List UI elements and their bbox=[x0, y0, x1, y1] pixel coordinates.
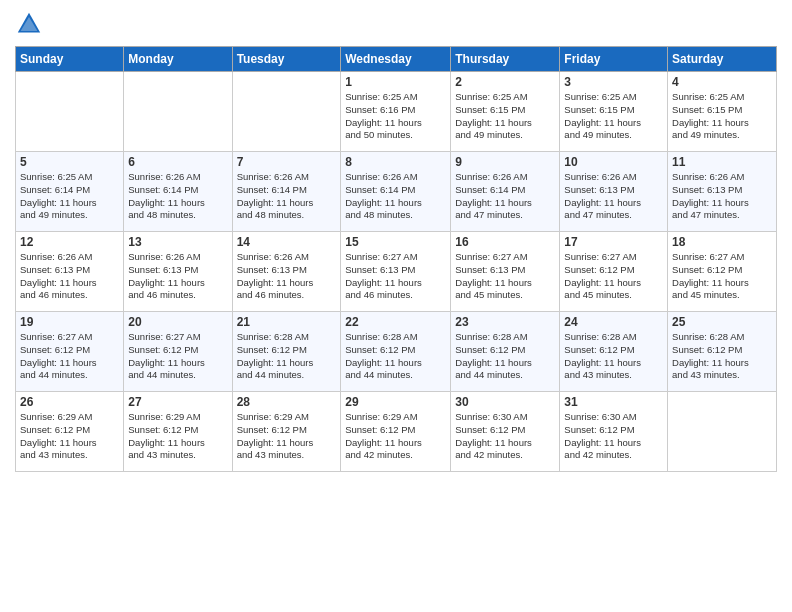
day-info: Sunrise: 6:28 AM Sunset: 6:12 PM Dayligh… bbox=[564, 331, 663, 382]
day-number: 26 bbox=[20, 395, 119, 409]
day-info: Sunrise: 6:26 AM Sunset: 6:13 PM Dayligh… bbox=[237, 251, 337, 302]
weekday-header-thursday: Thursday bbox=[451, 47, 560, 72]
week-row-3: 12Sunrise: 6:26 AM Sunset: 6:13 PM Dayli… bbox=[16, 232, 777, 312]
calendar-cell: 6Sunrise: 6:26 AM Sunset: 6:14 PM Daylig… bbox=[124, 152, 232, 232]
day-number: 5 bbox=[20, 155, 119, 169]
day-info: Sunrise: 6:28 AM Sunset: 6:12 PM Dayligh… bbox=[455, 331, 555, 382]
calendar-cell: 23Sunrise: 6:28 AM Sunset: 6:12 PM Dayli… bbox=[451, 312, 560, 392]
week-row-5: 26Sunrise: 6:29 AM Sunset: 6:12 PM Dayli… bbox=[16, 392, 777, 472]
day-info: Sunrise: 6:26 AM Sunset: 6:13 PM Dayligh… bbox=[128, 251, 227, 302]
calendar-table: SundayMondayTuesdayWednesdayThursdayFrid… bbox=[15, 46, 777, 472]
calendar-cell: 7Sunrise: 6:26 AM Sunset: 6:14 PM Daylig… bbox=[232, 152, 341, 232]
day-number: 3 bbox=[564, 75, 663, 89]
day-number: 21 bbox=[237, 315, 337, 329]
weekday-header-row: SundayMondayTuesdayWednesdayThursdayFrid… bbox=[16, 47, 777, 72]
day-info: Sunrise: 6:29 AM Sunset: 6:12 PM Dayligh… bbox=[20, 411, 119, 462]
calendar-cell: 8Sunrise: 6:26 AM Sunset: 6:14 PM Daylig… bbox=[341, 152, 451, 232]
calendar-cell: 20Sunrise: 6:27 AM Sunset: 6:12 PM Dayli… bbox=[124, 312, 232, 392]
day-info: Sunrise: 6:26 AM Sunset: 6:14 PM Dayligh… bbox=[237, 171, 337, 222]
day-number: 24 bbox=[564, 315, 663, 329]
calendar-cell: 2Sunrise: 6:25 AM Sunset: 6:15 PM Daylig… bbox=[451, 72, 560, 152]
day-number: 9 bbox=[455, 155, 555, 169]
day-info: Sunrise: 6:26 AM Sunset: 6:14 PM Dayligh… bbox=[345, 171, 446, 222]
day-info: Sunrise: 6:26 AM Sunset: 6:13 PM Dayligh… bbox=[672, 171, 772, 222]
day-info: Sunrise: 6:28 AM Sunset: 6:12 PM Dayligh… bbox=[345, 331, 446, 382]
day-number: 29 bbox=[345, 395, 446, 409]
week-row-2: 5Sunrise: 6:25 AM Sunset: 6:14 PM Daylig… bbox=[16, 152, 777, 232]
day-info: Sunrise: 6:29 AM Sunset: 6:12 PM Dayligh… bbox=[345, 411, 446, 462]
day-number: 6 bbox=[128, 155, 227, 169]
day-info: Sunrise: 6:29 AM Sunset: 6:12 PM Dayligh… bbox=[237, 411, 337, 462]
day-number: 14 bbox=[237, 235, 337, 249]
day-info: Sunrise: 6:25 AM Sunset: 6:16 PM Dayligh… bbox=[345, 91, 446, 142]
day-info: Sunrise: 6:26 AM Sunset: 6:13 PM Dayligh… bbox=[564, 171, 663, 222]
day-number: 28 bbox=[237, 395, 337, 409]
day-number: 7 bbox=[237, 155, 337, 169]
calendar-cell bbox=[668, 392, 777, 472]
calendar-cell: 12Sunrise: 6:26 AM Sunset: 6:13 PM Dayli… bbox=[16, 232, 124, 312]
calendar-cell: 10Sunrise: 6:26 AM Sunset: 6:13 PM Dayli… bbox=[560, 152, 668, 232]
logo bbox=[15, 10, 47, 38]
day-number: 22 bbox=[345, 315, 446, 329]
day-info: Sunrise: 6:28 AM Sunset: 6:12 PM Dayligh… bbox=[672, 331, 772, 382]
calendar-cell: 29Sunrise: 6:29 AM Sunset: 6:12 PM Dayli… bbox=[341, 392, 451, 472]
day-number: 12 bbox=[20, 235, 119, 249]
day-info: Sunrise: 6:25 AM Sunset: 6:15 PM Dayligh… bbox=[455, 91, 555, 142]
day-info: Sunrise: 6:27 AM Sunset: 6:12 PM Dayligh… bbox=[564, 251, 663, 302]
day-number: 23 bbox=[455, 315, 555, 329]
day-number: 17 bbox=[564, 235, 663, 249]
logo-icon bbox=[15, 10, 43, 38]
calendar-cell: 13Sunrise: 6:26 AM Sunset: 6:13 PM Dayli… bbox=[124, 232, 232, 312]
calendar-cell bbox=[232, 72, 341, 152]
day-number: 13 bbox=[128, 235, 227, 249]
calendar-cell: 25Sunrise: 6:28 AM Sunset: 6:12 PM Dayli… bbox=[668, 312, 777, 392]
day-number: 30 bbox=[455, 395, 555, 409]
day-number: 16 bbox=[455, 235, 555, 249]
weekday-header-monday: Monday bbox=[124, 47, 232, 72]
day-info: Sunrise: 6:26 AM Sunset: 6:14 PM Dayligh… bbox=[128, 171, 227, 222]
day-info: Sunrise: 6:25 AM Sunset: 6:15 PM Dayligh… bbox=[672, 91, 772, 142]
calendar-cell: 30Sunrise: 6:30 AM Sunset: 6:12 PM Dayli… bbox=[451, 392, 560, 472]
calendar-cell: 4Sunrise: 6:25 AM Sunset: 6:15 PM Daylig… bbox=[668, 72, 777, 152]
day-number: 18 bbox=[672, 235, 772, 249]
day-info: Sunrise: 6:25 AM Sunset: 6:15 PM Dayligh… bbox=[564, 91, 663, 142]
calendar-cell: 15Sunrise: 6:27 AM Sunset: 6:13 PM Dayli… bbox=[341, 232, 451, 312]
day-info: Sunrise: 6:27 AM Sunset: 6:12 PM Dayligh… bbox=[672, 251, 772, 302]
calendar-cell: 27Sunrise: 6:29 AM Sunset: 6:12 PM Dayli… bbox=[124, 392, 232, 472]
day-number: 4 bbox=[672, 75, 772, 89]
day-number: 2 bbox=[455, 75, 555, 89]
day-info: Sunrise: 6:27 AM Sunset: 6:13 PM Dayligh… bbox=[455, 251, 555, 302]
day-number: 31 bbox=[564, 395, 663, 409]
calendar-cell: 26Sunrise: 6:29 AM Sunset: 6:12 PM Dayli… bbox=[16, 392, 124, 472]
calendar-cell: 19Sunrise: 6:27 AM Sunset: 6:12 PM Dayli… bbox=[16, 312, 124, 392]
day-number: 10 bbox=[564, 155, 663, 169]
calendar-cell: 5Sunrise: 6:25 AM Sunset: 6:14 PM Daylig… bbox=[16, 152, 124, 232]
day-number: 11 bbox=[672, 155, 772, 169]
calendar-cell: 3Sunrise: 6:25 AM Sunset: 6:15 PM Daylig… bbox=[560, 72, 668, 152]
week-row-1: 1Sunrise: 6:25 AM Sunset: 6:16 PM Daylig… bbox=[16, 72, 777, 152]
day-info: Sunrise: 6:29 AM Sunset: 6:12 PM Dayligh… bbox=[128, 411, 227, 462]
calendar-cell: 31Sunrise: 6:30 AM Sunset: 6:12 PM Dayli… bbox=[560, 392, 668, 472]
day-number: 27 bbox=[128, 395, 227, 409]
calendar-cell bbox=[124, 72, 232, 152]
calendar-cell: 22Sunrise: 6:28 AM Sunset: 6:12 PM Dayli… bbox=[341, 312, 451, 392]
calendar-cell: 28Sunrise: 6:29 AM Sunset: 6:12 PM Dayli… bbox=[232, 392, 341, 472]
day-info: Sunrise: 6:27 AM Sunset: 6:12 PM Dayligh… bbox=[20, 331, 119, 382]
day-info: Sunrise: 6:30 AM Sunset: 6:12 PM Dayligh… bbox=[455, 411, 555, 462]
calendar-cell bbox=[16, 72, 124, 152]
day-info: Sunrise: 6:26 AM Sunset: 6:13 PM Dayligh… bbox=[20, 251, 119, 302]
calendar-cell: 11Sunrise: 6:26 AM Sunset: 6:13 PM Dayli… bbox=[668, 152, 777, 232]
day-number: 15 bbox=[345, 235, 446, 249]
weekday-header-tuesday: Tuesday bbox=[232, 47, 341, 72]
day-number: 25 bbox=[672, 315, 772, 329]
day-info: Sunrise: 6:30 AM Sunset: 6:12 PM Dayligh… bbox=[564, 411, 663, 462]
day-info: Sunrise: 6:25 AM Sunset: 6:14 PM Dayligh… bbox=[20, 171, 119, 222]
day-info: Sunrise: 6:28 AM Sunset: 6:12 PM Dayligh… bbox=[237, 331, 337, 382]
week-row-4: 19Sunrise: 6:27 AM Sunset: 6:12 PM Dayli… bbox=[16, 312, 777, 392]
weekday-header-sunday: Sunday bbox=[16, 47, 124, 72]
day-number: 20 bbox=[128, 315, 227, 329]
header bbox=[15, 10, 777, 38]
calendar-cell: 17Sunrise: 6:27 AM Sunset: 6:12 PM Dayli… bbox=[560, 232, 668, 312]
calendar-cell: 14Sunrise: 6:26 AM Sunset: 6:13 PM Dayli… bbox=[232, 232, 341, 312]
day-info: Sunrise: 6:26 AM Sunset: 6:14 PM Dayligh… bbox=[455, 171, 555, 222]
